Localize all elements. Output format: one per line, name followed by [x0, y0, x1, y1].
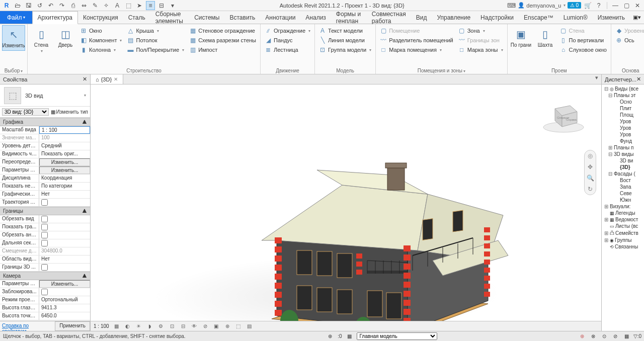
model-text-button[interactable]: AТекст модели	[317, 26, 373, 35]
help-icon[interactable]: ?	[594, 1, 603, 10]
redo-icon[interactable]: ↷	[57, 1, 66, 10]
visual-style-icon[interactable]: ◐	[124, 323, 131, 330]
tree-node[interactable]: ⊟Фасады (	[602, 170, 644, 177]
info-badge[interactable]: ⚠ 0	[568, 2, 581, 9]
type-dropdown-icon[interactable]: ▾	[84, 93, 86, 98]
tree-node[interactable]: {3D}	[602, 164, 644, 170]
apply-button[interactable]: Применить	[55, 321, 90, 331]
railing-button[interactable]: ⫽Ограждение▾	[263, 26, 312, 35]
3d-viewport[interactable]: Спереди Справа ◎ ✥ 🔍 ↻	[91, 84, 601, 321]
shadows-icon[interactable]: ◗	[146, 323, 153, 330]
save-icon[interactable]: 🖫	[24, 1, 33, 10]
keyboard-icon[interactable]: ⌨	[507, 1, 516, 10]
tree-node[interactable]: Фунд	[602, 138, 644, 144]
prop-parts-vis[interactable]: Видимость ча...Показать ориг...	[0, 150, 90, 158]
tab-insert[interactable]: Вставить	[224, 11, 260, 24]
far-clip-checkbox[interactable]	[41, 240, 48, 246]
component-button[interactable]: ◧Компонент▾	[78, 36, 124, 45]
dormer-button[interactable]: ⌂Слуховое окно	[558, 45, 609, 54]
maximize-icon[interactable]: ▢	[622, 1, 631, 10]
minimize-icon[interactable]: —	[611, 1, 620, 10]
tab-systems[interactable]: Системы	[189, 11, 224, 24]
prop-projection[interactable]: Режим проец...Ортогональный	[0, 296, 90, 304]
analytical-icon[interactable]: ▣	[213, 323, 220, 330]
view-tabs-dropdown[interactable]: ▾	[592, 74, 601, 84]
thin-lines-icon[interactable]: ≡	[146, 1, 155, 10]
sun-path-icon[interactable]: ☀	[135, 323, 142, 330]
instance-selector[interactable]: 3D вид: {3D}	[2, 108, 49, 116]
view-tab-3d[interactable]: ⌂ {3D} ✕	[91, 74, 123, 84]
nav-orbit-icon[interactable]: ↻	[588, 186, 593, 193]
nav-zoom-icon[interactable]: 🔍	[587, 175, 594, 182]
sync-icon[interactable]: ↺	[35, 1, 44, 10]
room-separator-button[interactable]: 〰Разделитель помещений	[378, 36, 455, 45]
model-selector[interactable]: Главная модель	[357, 332, 437, 340]
tree-node[interactable]: Севе	[602, 190, 644, 197]
scale-display[interactable]: 1 : 100	[94, 323, 109, 329]
unhide-icon[interactable]: 👁	[191, 323, 198, 330]
prop-target-elev[interactable]: Высота точки...6450.0	[0, 312, 90, 320]
sb-icon-1[interactable]: ⊕	[579, 333, 586, 340]
switch-windows-icon[interactable]: ▾	[168, 1, 177, 10]
floor-button[interactable]: ▬Пол/Перекрытие▾	[125, 45, 186, 54]
window-button[interactable]: ⊞Окно	[78, 26, 124, 35]
dim-icon[interactable]: ✧	[102, 1, 111, 10]
temp-hide-icon[interactable]: ⊘	[202, 323, 209, 330]
curtain-wall-button[interactable]: ▦Стеновое ограждение	[187, 26, 258, 35]
tab-view[interactable]: Вид	[411, 11, 432, 24]
prop-vg-overrides[interactable]: Переопредел...Изменить...	[0, 158, 90, 166]
tree-node[interactable]: ⊞▦Ведомост	[602, 216, 644, 223]
tree-node[interactable]: Уров	[602, 131, 644, 138]
properties-close-icon[interactable]: ✕	[83, 76, 87, 82]
tree-node[interactable]: Южн	[602, 197, 644, 203]
browser-close-icon[interactable]: ✕	[636, 76, 641, 82]
prop-view-scale[interactable]: Масштаб вида1 : 100	[0, 126, 90, 134]
edit-type-button[interactable]: ▦ Изменить тип	[51, 109, 88, 115]
reveal-constraints-icon[interactable]: ⊕	[224, 323, 231, 330]
anno-crop-checkbox[interactable]	[41, 232, 48, 238]
tree-node[interactable]: ⊟3D виды	[602, 151, 644, 157]
roof-button[interactable]: △Крыша▾	[125, 26, 186, 35]
type-name[interactable]: 3D вид	[25, 93, 79, 99]
stair-button[interactable]: ≣Лестница	[263, 45, 312, 54]
prop-discipline[interactable]: ДисциплинаКоординация	[0, 175, 90, 183]
ceiling-button[interactable]: ▤Потолок	[125, 36, 186, 45]
sb-icon-2[interactable]: ⊗	[590, 333, 597, 340]
prop-sun-path[interactable]: Траектория с...	[0, 199, 90, 207]
tree-node[interactable]: Уров	[602, 125, 644, 131]
tree-node[interactable]: Вост	[602, 177, 644, 184]
section-icon[interactable]: ➤	[135, 1, 144, 10]
locked-checkbox[interactable]	[41, 289, 48, 295]
crop-region-icon[interactable]: ⊟	[180, 323, 187, 330]
tab-structure[interactable]: Конструкция	[78, 11, 123, 24]
tab-lumion[interactable]: Lumion®	[558, 11, 593, 24]
prop-anno-crop[interactable]: Обрезать анн...	[0, 231, 90, 239]
prop-detail-level[interactable]: Уровень дета...Средний	[0, 142, 90, 150]
measure-icon[interactable]: ⇔	[79, 1, 89, 10]
close-icon[interactable]: ✕	[633, 1, 642, 10]
prop-crop-visible[interactable]: Показать гра...	[0, 223, 90, 231]
align-icon[interactable]: ✎	[91, 1, 100, 10]
properties-help-link[interactable]: Справка по свойствам	[0, 321, 55, 331]
tree-node[interactable]: Плит	[602, 105, 644, 112]
view-cube[interactable]: Спереди Справа	[541, 100, 586, 135]
area-button[interactable]: ▢Зона▾	[456, 26, 505, 35]
tree-node[interactable]: ⊞◉Группы	[602, 237, 644, 243]
section-graphics[interactable]: Графика⯅	[0, 118, 90, 126]
vertical-opening-button[interactable]: ▯По вертикали	[558, 36, 609, 45]
user-badge[interactable]: 👤demyanova_u▾	[518, 2, 566, 9]
tree-node[interactable]: Уров	[602, 118, 644, 125]
modify-button[interactable]: ↖Изменить	[2, 25, 25, 51]
sb-icon-3[interactable]: ⊙	[601, 333, 608, 340]
section-camera[interactable]: Камера⯅	[0, 272, 90, 280]
tab-architecture[interactable]: Архитектура	[32, 11, 78, 24]
cart-icon[interactable]: 🛒	[583, 1, 592, 10]
tree-node[interactable]: Площ	[602, 112, 644, 118]
workset-icon[interactable]: ⊕	[327, 333, 334, 340]
ribbon-collapse-icon[interactable]: ▣▾	[630, 11, 644, 24]
text-icon[interactable]: A	[113, 1, 122, 10]
tab-annotate[interactable]: Аннотации	[260, 11, 300, 24]
navigation-bar[interactable]: ◎ ✥ 🔍 ↻	[584, 150, 596, 195]
tab-enscape[interactable]: Enscape™	[519, 11, 558, 24]
grid-button[interactable]: ⊕Ось	[613, 36, 644, 45]
